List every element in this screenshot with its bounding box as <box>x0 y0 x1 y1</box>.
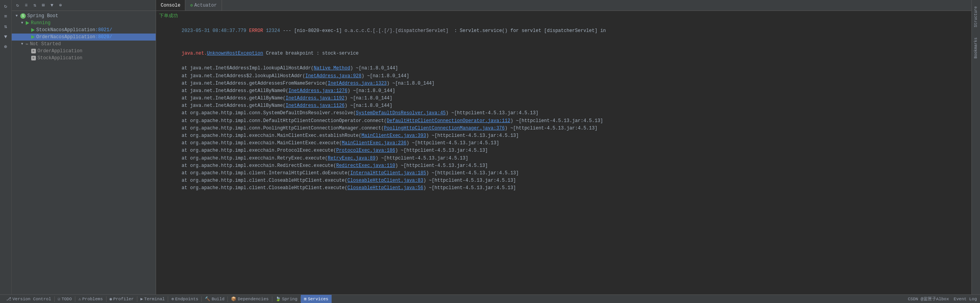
services-toolbar: ↻ ≡ ⇅ ⊞ ▼ ⊕ <box>12 0 156 11</box>
tree-item-stock-nacos[interactable]: StockNacosApplication:8021/ <box>12 27 156 34</box>
exception-link[interactable]: UnknownHostException <box>207 51 263 56</box>
error-level: ERROR <box>249 28 266 34</box>
spring-icon: S <box>20 13 26 19</box>
vc-label: Version Control <box>12 297 51 301</box>
right-panel: Console ⚙ Actuator 下单成功 2023-05-31 08:48… <box>156 0 971 294</box>
spring-status-label: Spring <box>282 297 298 301</box>
scissors-icon: ✂ <box>26 42 28 47</box>
stack-line-10: at org.apache.http.impl.execchain.MainCl… <box>159 132 968 140</box>
endpoints-label: Endpoints <box>175 297 198 301</box>
pooling-link[interactable]: PoolingHttpClientConnectionManager.java:… <box>384 126 505 131</box>
stack-line-15: at org.apache.http.impl.client.InternalH… <box>159 170 968 177</box>
toolbar-add-icon[interactable]: ⊕ <box>57 2 64 9</box>
terminal-item[interactable]: ▶ Terminal <box>137 295 168 303</box>
console-line-error: 2023-05-31 08:48:37.779 ERROR 12324 --- … <box>159 20 968 43</box>
mainclientexec-393-link[interactable]: MainClientExec.java:393 <box>361 133 426 138</box>
dependencies-item[interactable]: 📦 Dependencies <box>228 295 272 303</box>
services-tree: ▼ S Spring Boot ▼ Running StockNacosAppl… <box>12 11 156 294</box>
stock-port-link[interactable]: :8021/ <box>95 27 112 33</box>
stack-line-11: at org.apache.http.impl.execchain.MainCl… <box>159 140 968 147</box>
stack-line-3: at java.net.InetAddress.getAddressesFrom… <box>159 80 968 87</box>
closeablehttpclient-83-link[interactable]: CloseableHttpClient.java:83 <box>347 178 423 183</box>
dependencies-label: Dependencies <box>238 297 268 301</box>
tree-item-running[interactable]: ▼ Running <box>12 19 156 27</box>
inetaddress-1192-link[interactable]: InetAddress.java:1192 <box>286 96 344 101</box>
console-line-success: 下单成功 <box>159 12 968 20</box>
toolbar-group-icon[interactable]: ⊞ <box>40 2 47 9</box>
toolbar-filter-icon[interactable]: ▼ <box>48 2 55 9</box>
stack-line-8: at org.apache.http.impl.conn.DefaultHttp… <box>159 117 968 125</box>
timestamp: 2023-05-31 08:48:37.779 <box>182 28 249 34</box>
running-expand-arrow: ▼ <box>21 21 26 25</box>
exception-msg: Create breakpoint : stock-service <box>263 51 359 56</box>
group-icon[interactable]: ≡ <box>1 12 11 21</box>
error-code: 12324 <box>266 28 283 34</box>
todo-icon: ☑ <box>58 296 60 301</box>
dependencies-icon: 📦 <box>231 296 236 301</box>
stack-line-7: at org.apache.http.impl.conn.SystemDefau… <box>159 110 968 117</box>
sort-icon[interactable]: ⇅ <box>1 22 11 31</box>
inetaddress-1126-link[interactable]: InetAddress.java:1126 <box>286 103 344 108</box>
terminal-label: Terminal <box>144 297 165 301</box>
tab-actuator[interactable]: ⚙ Actuator <box>185 0 222 11</box>
closeablehttpclient-56-link[interactable]: CloseableHttpClient.java:56 <box>347 185 423 191</box>
profiler-item[interactable]: ◉ Profiler <box>107 295 137 303</box>
vc-icon: ⎇ <box>6 296 11 301</box>
eventlog-label[interactable]: Event Log <box>954 297 977 301</box>
error-msg: : Servlet.service() for servlet [dispatc… <box>449 28 606 34</box>
tab-console[interactable]: Console <box>156 0 185 11</box>
tree-item-order-nacos[interactable]: OrderNacosApplication:8020/ <box>12 34 156 41</box>
refresh-icon[interactable]: ↻ <box>1 2 11 11</box>
toolbar-menu-icon[interactable]: ≡ <box>23 2 30 9</box>
toolbar-refresh-icon[interactable]: ↻ <box>14 2 21 9</box>
stack-line-2: at java.net.InetAddress$2.lookupAllHostA… <box>159 73 968 80</box>
run-icon <box>26 21 29 25</box>
tree-item-spring-boot[interactable]: ▼ S Spring Boot <box>12 12 156 19</box>
inetaddress-1323-link[interactable]: InetAddress.java:1323 <box>328 81 387 86</box>
native-method-link[interactable]: Native Method <box>314 66 350 71</box>
problems-icon: ⚠ <box>78 296 81 301</box>
tree-item-order-plain[interactable]: ≡ OrderApplication <box>12 48 156 55</box>
exception-type: java.net. <box>182 51 207 56</box>
mainclientexec-236-link[interactable]: MainClientExec.java:236 <box>342 140 407 146</box>
spring-status-icon: 🍃 <box>275 296 281 301</box>
actuator-icon: ⚙ <box>190 3 193 8</box>
internalhttpclient-link[interactable]: InternalHttpClient.java:185 <box>350 170 426 176</box>
tree-item-stock-plain[interactable]: ≡ StockApplication <box>12 55 156 62</box>
structure-label[interactable]: Structure <box>973 2 979 32</box>
console-tabs: Console ⚙ Actuator <box>156 0 971 11</box>
todo-label: TODO <box>62 297 72 301</box>
version-control-item[interactable]: ⎇ Version Control <box>3 295 54 303</box>
stack-line-16: at org.apache.http.impl.client.Closeable… <box>159 177 968 184</box>
inetaddress-928-link[interactable]: InetAddress.java:928 <box>305 73 361 79</box>
add-icon[interactable]: ⊕ <box>1 42 11 51</box>
console-output: 下单成功 2023-05-31 08:48:37.779 ERROR 12324… <box>156 11 971 294</box>
sysdns-link[interactable]: SystemDefaultDnsResolver.java:45 <box>356 110 446 116</box>
connop-link[interactable]: DefaultHttpClientConnectionOperator.java… <box>387 118 510 124</box>
order-run-icon <box>31 35 35 39</box>
problems-item[interactable]: ⚠ Problems <box>75 295 106 303</box>
redirectexec-link[interactable]: RedirectExec.java:110 <box>336 163 395 168</box>
protocolexec-link[interactable]: ProtocolExec.java:186 <box>336 148 395 153</box>
inetaddress-1276-link[interactable]: InetAddress.java:1276 <box>288 88 347 94</box>
retryexec-link[interactable]: RetryExec.java:89 <box>328 156 375 161</box>
stack-line-1: at java.net.Inet6AddressImpl.lookupAllHo… <box>159 65 968 72</box>
tree-item-not-started[interactable]: ▼ ✂ Not Started <box>12 41 156 48</box>
services-item[interactable]: ⊞ Services <box>301 295 331 303</box>
toolbar-sort-icon[interactable]: ⇅ <box>31 2 38 9</box>
left-icon-strip: ↻ ≡ ⇅ ▼ ⊕ <box>0 0 12 294</box>
csdn-label: CSDN @蓝匣子Albox <box>908 296 949 302</box>
endpoints-item[interactable]: ⊕ Endpoints <box>168 295 201 303</box>
filter-icon[interactable]: ▼ <box>1 32 11 41</box>
actuator-tab-label: Actuator <box>194 3 217 8</box>
bookmarks-label[interactable]: Bookmarks <box>973 33 979 63</box>
build-item[interactable]: 🔨 Build <box>202 295 227 303</box>
spring-item[interactable]: 🍃 Spring <box>272 295 301 303</box>
endpoints-icon: ⊕ <box>171 296 174 301</box>
stack-line-9: at org.apache.http.impl.conn.PoolingHttp… <box>159 125 968 132</box>
order-port-link[interactable]: :8020/ <box>95 34 112 40</box>
spring-boot-label: Spring Boot <box>27 13 58 19</box>
todo-item[interactable]: ☑ TODO <box>55 295 75 303</box>
console-tab-label: Console <box>161 3 180 8</box>
expand-arrow: ▼ <box>16 14 20 18</box>
